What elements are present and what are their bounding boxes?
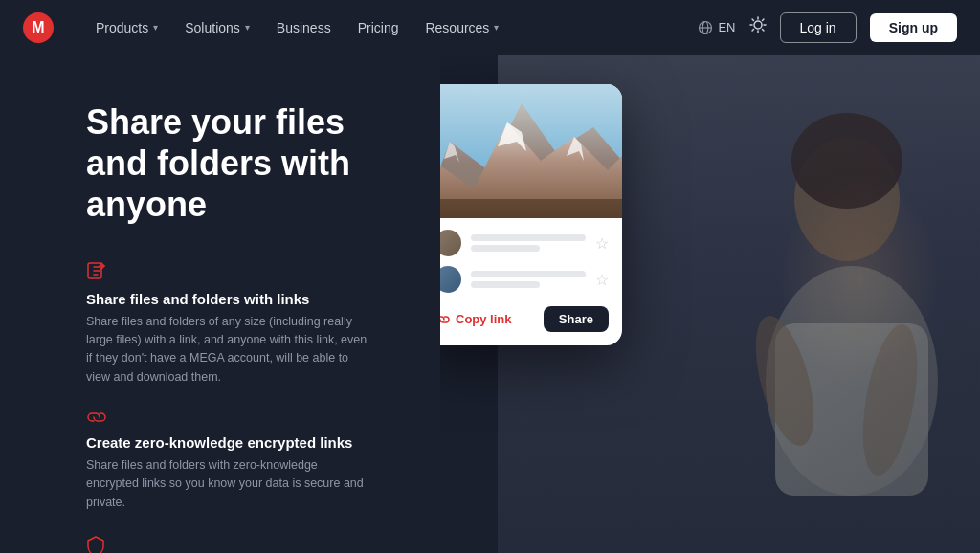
svg-rect-27 [440,199,622,218]
nav-solutions[interactable]: Solutions ▾ [173,12,261,43]
svg-line-11 [752,30,753,31]
star-icon-2[interactable]: ☆ [595,271,609,289]
feature-2-desc: Share files and folders with zero-knowle… [86,456,373,512]
resources-chevron-icon: ▾ [494,22,499,33]
theme-toggle-icon[interactable] [749,16,767,38]
logo[interactable]: M [23,12,54,43]
svg-line-9 [762,30,763,31]
products-chevron-icon: ▾ [153,22,158,33]
signup-button[interactable]: Sign up [870,13,957,42]
card-image [440,84,622,218]
main-content: Share your files and folders with anyone… [0,55,980,553]
login-button[interactable]: Log in [780,12,857,43]
card-lines-2 [471,271,586,288]
copy-link-label: Copy link [456,312,512,326]
share-ui-card: ☆ ☆ [440,84,622,345]
share-button[interactable]: Share [544,306,609,332]
svg-line-10 [762,19,763,20]
svg-point-3 [754,21,762,29]
share-icon [86,260,392,285]
solutions-chevron-icon: ▾ [245,22,250,33]
right-panel: ☆ ☆ [440,55,980,553]
nav-products[interactable]: Products ▾ [84,12,169,43]
link-icon [440,314,450,325]
card-line-1b [471,245,540,252]
card-row-1: ☆ [440,230,609,256]
logo-circle: M [23,12,54,43]
shield-icon [86,535,392,553]
feature-encrypted-links: Create zero-knowledge encrypted links Sh… [86,409,392,512]
card-body: ☆ ☆ [440,218,622,345]
card-row-2: ☆ [440,266,609,293]
card-line-2a [471,271,586,277]
feature-additional-security: Ensure additional security If you're a P… [86,535,392,553]
nav-pricing[interactable]: Pricing [346,12,411,43]
globe-icon [698,20,713,35]
feature-2-title: Create zero-knowledge encrypted links [86,434,392,451]
copy-link-button[interactable]: Copy link [440,312,512,326]
nav-business[interactable]: Business [265,12,343,43]
card-line-2b [471,281,540,288]
feature-1-desc: Share files and folders of any size (inc… [86,313,373,387]
language-selector[interactable]: EN [698,20,735,35]
nav-right: EN Log in Sign up [698,12,957,43]
avatar-2 [440,266,461,293]
star-icon-1[interactable]: ☆ [595,234,609,253]
navbar: M Products ▾ Solutions ▾ Business Pricin… [0,0,980,55]
card-line-1a [471,234,586,241]
left-panel: Share your files and folders with anyone… [0,55,440,553]
feature-share-links: Share files and folders with links Share… [86,260,392,387]
hero-title: Share your files and folders with anyone [86,101,392,226]
card-footer: Copy link Share [440,302,609,332]
feature-1-title: Share files and folders with links [86,291,392,307]
card-lines-1 [471,234,586,252]
nav-resources[interactable]: Resources ▾ [413,12,510,43]
svg-line-8 [752,19,753,20]
link-icon [86,409,392,429]
nav-items: Products ▾ Solutions ▾ Business Pricing … [84,12,698,43]
avatar-1 [440,230,461,256]
